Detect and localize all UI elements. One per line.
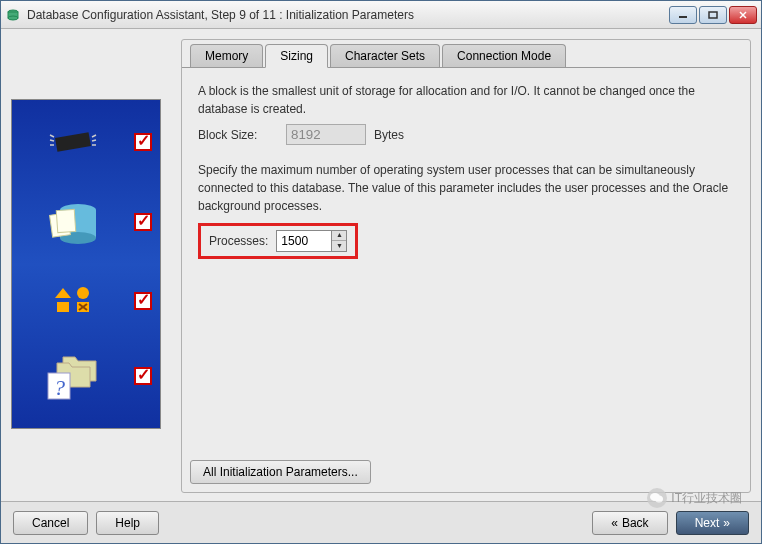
main-panel: Memory Sizing Character Sets Connection … [181, 39, 751, 493]
tab-character-sets[interactable]: Character Sets [330, 44, 440, 68]
chevron-right-icon: » [723, 516, 730, 530]
app-icon [5, 7, 21, 23]
svg-marker-19 [55, 288, 71, 298]
svg-line-11 [92, 135, 96, 137]
back-button[interactable]: « Back [592, 511, 667, 535]
processes-input[interactable] [276, 230, 332, 252]
maximize-button[interactable] [699, 6, 727, 24]
processes-highlight: Processes: ▲ ▼ [198, 223, 358, 259]
block-size-row: Block Size: Bytes [198, 124, 734, 145]
svg-rect-18 [56, 209, 75, 232]
step-indicator [12, 286, 160, 316]
wizard-progress-image: ? [11, 99, 161, 429]
titlebar: Database Configuration Assistant, Step 9… [1, 1, 761, 29]
close-button[interactable] [729, 6, 757, 24]
block-size-input [286, 124, 366, 145]
spinner-down-button[interactable]: ▼ [332, 241, 346, 251]
wizard-sidebar: ? [11, 39, 171, 501]
svg-line-8 [50, 135, 54, 137]
step-indicator [12, 127, 160, 157]
tab-content-sizing: A block is the smallest unit of storage … [182, 67, 750, 454]
back-button-label: Back [622, 516, 649, 530]
help-button[interactable]: Help [96, 511, 159, 535]
tab-connection-mode[interactable]: Connection Mode [442, 44, 566, 68]
processes-spinner: ▲ ▼ [276, 230, 347, 252]
block-size-label: Block Size: [198, 126, 278, 144]
shapes-icon [12, 286, 134, 316]
step-checkmark-icon [134, 213, 152, 231]
step-indicator [12, 192, 160, 252]
step-checkmark-icon [134, 133, 152, 151]
svg-rect-7 [55, 132, 91, 152]
window-frame: Database Configuration Assistant, Step 9… [0, 0, 762, 544]
processes-description: Specify the maximum number of operating … [198, 161, 734, 215]
all-initialization-parameters-button[interactable]: All Initialization Parameters... [190, 460, 371, 484]
svg-line-12 [92, 140, 96, 141]
window-title: Database Configuration Assistant, Step 9… [27, 8, 669, 22]
block-size-unit: Bytes [374, 126, 404, 144]
processes-label: Processes: [209, 232, 268, 250]
block-size-description: A block is the smallest unit of storage … [198, 82, 734, 118]
svg-rect-21 [57, 302, 69, 312]
step-checkmark-icon [134, 367, 152, 385]
watermark: IT行业技术圈 [647, 488, 742, 508]
chip-icon [12, 127, 134, 157]
chevron-left-icon: « [611, 516, 618, 530]
step-indicator: ? [12, 351, 160, 401]
next-button-label: Next [695, 516, 720, 530]
svg-point-2 [8, 16, 18, 20]
next-button[interactable]: Next » [676, 511, 749, 535]
window-controls [669, 6, 757, 24]
svg-text:?: ? [54, 375, 65, 400]
tab-bar: Memory Sizing Character Sets Connection … [182, 40, 750, 68]
svg-line-9 [50, 140, 54, 141]
spinner-up-button[interactable]: ▲ [332, 231, 346, 241]
content-area: ? Memory Sizing Character Sets Connectio… [1, 29, 761, 501]
tab-memory[interactable]: Memory [190, 44, 263, 68]
database-files-icon [12, 192, 134, 252]
svg-point-20 [77, 287, 89, 299]
cancel-button[interactable]: Cancel [13, 511, 88, 535]
minimize-button[interactable] [669, 6, 697, 24]
tab-sizing[interactable]: Sizing [265, 44, 328, 68]
svg-rect-4 [709, 12, 717, 18]
watermark-text: IT行业技术圈 [671, 490, 742, 507]
step-checkmark-icon [134, 292, 152, 310]
folders-help-icon: ? [12, 351, 134, 401]
svg-point-28 [655, 496, 663, 503]
wechat-icon [647, 488, 667, 508]
